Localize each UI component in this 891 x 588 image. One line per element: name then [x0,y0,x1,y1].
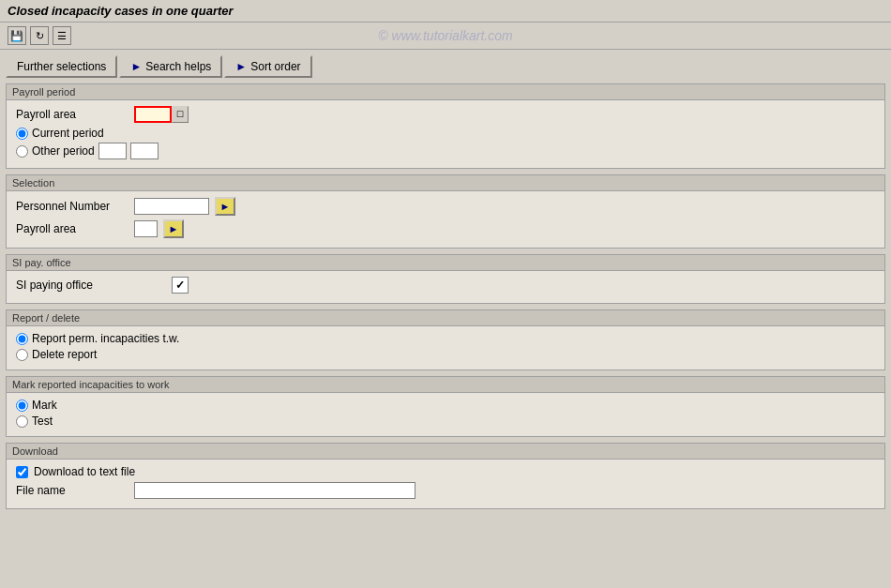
delete-report-row: Delete report [16,348,875,361]
selection-payroll-area-arrow-btn[interactable]: ► [163,219,184,238]
test-label: Test [32,415,53,428]
delete-report-radio[interactable] [16,349,28,361]
si-pay-office-header: SI pay. office [7,255,884,271]
tab-further-selections[interactable]: Further selections [6,55,117,78]
si-paying-office-checkbox[interactable]: ✓ [172,277,189,294]
si-paying-office-row: SI paying office ✓ [16,277,875,294]
mark-reported-body: Mark Test [7,393,884,436]
mark-reported-header: Mark reported incapacities to work [7,377,884,393]
report-perm-label: Report perm. incapacities t.w. [32,332,179,345]
download-section: Download Download to text file File name [6,443,885,509]
file-name-label: File name [16,484,128,497]
arrow-icon-1: ► [130,60,142,73]
payroll-period-section: Payroll period Payroll area ☐ Current pe… [6,83,885,169]
current-period-label: Current period [32,127,104,140]
mark-label: Mark [32,399,57,412]
payroll-period-body: Payroll area ☐ Current period Other peri… [7,100,884,168]
other-period-label: Other period [32,144,95,158]
file-name-row: File name [16,482,875,499]
selection-payroll-area-label: Payroll area [16,222,128,235]
save-icon[interactable]: 💾 [8,26,26,45]
main-content: Further selections ► Search helps ► Sort… [0,50,891,520]
selection-header: Selection [7,175,884,191]
back-icon[interactable]: ↻ [30,26,49,45]
other-period-input1[interactable] [98,143,127,159]
report-perm-radio[interactable] [16,333,28,345]
personnel-number-input[interactable] [134,198,209,215]
selection-section: Selection Personnel Number ► Payroll are… [6,174,885,249]
selection-payroll-area-input[interactable] [134,220,158,237]
personnel-number-row: Personnel Number ► [16,197,875,216]
payroll-area-input[interactable] [134,106,172,123]
tab-search-helps[interactable]: ► Search helps [119,55,222,78]
test-radio[interactable] [16,415,28,428]
si-pay-office-section: SI pay. office SI paying office ✓ [6,254,885,304]
current-period-radio[interactable] [16,128,28,140]
mark-reported-section: Mark reported incapacities to work Mark … [6,376,885,437]
other-period-row: Other period [16,143,875,159]
download-checkbox-row: Download to text file [16,465,875,478]
download-body: Download to text file File name [7,460,884,508]
selection-payroll-area-row: Payroll area ► [16,219,875,238]
arrow-icon-2: ► [235,60,247,73]
title-bar: Closed incapacity cases in one quarter [0,0,891,23]
download-checkbox[interactable] [16,466,28,478]
delete-report-label: Delete report [32,348,97,361]
toolbar: 💾 ↻ ☰ © www.tutorialkart.com [0,23,891,50]
payroll-area-label: Payroll area [16,108,128,121]
si-paying-office-label: SI paying office [16,279,166,292]
mark-row: Mark [16,399,875,412]
payroll-period-header: Payroll period [7,84,884,100]
report-delete-header: Report / delete [7,310,884,326]
download-checkbox-label: Download to text file [34,465,135,478]
other-period-input2[interactable] [130,143,159,159]
tab-bar: Further selections ► Search helps ► Sort… [6,55,885,78]
si-pay-office-body: SI paying office ✓ [7,271,884,303]
other-period-radio[interactable] [16,145,28,158]
watermark: © www.tutorialkart.com [378,28,512,43]
report-delete-body: Report perm. incapacities t.w. Delete re… [7,326,884,369]
mark-radio[interactable] [16,400,28,412]
payroll-area-row: Payroll area ☐ [16,106,875,123]
report-delete-section: Report / delete Report perm. incapacitie… [6,309,885,370]
payroll-area-input-group: ☐ [134,106,189,123]
page-title: Closed incapacity cases in one quarter [8,4,234,18]
current-period-row: Current period [16,127,875,140]
tab-sort-order[interactable]: ► Sort order [224,55,311,78]
personnel-number-arrow-btn[interactable]: ► [215,197,235,216]
personnel-number-label: Personnel Number [16,200,128,213]
file-name-input[interactable] [134,482,415,499]
report-perm-row: Report perm. incapacities t.w. [16,332,875,345]
selection-body: Personnel Number ► Payroll area ► [7,191,884,248]
test-row: Test [16,415,875,428]
payroll-area-browse-btn[interactable]: ☐ [172,106,189,123]
menu-icon[interactable]: ☰ [53,26,71,45]
download-header: Download [7,444,884,460]
